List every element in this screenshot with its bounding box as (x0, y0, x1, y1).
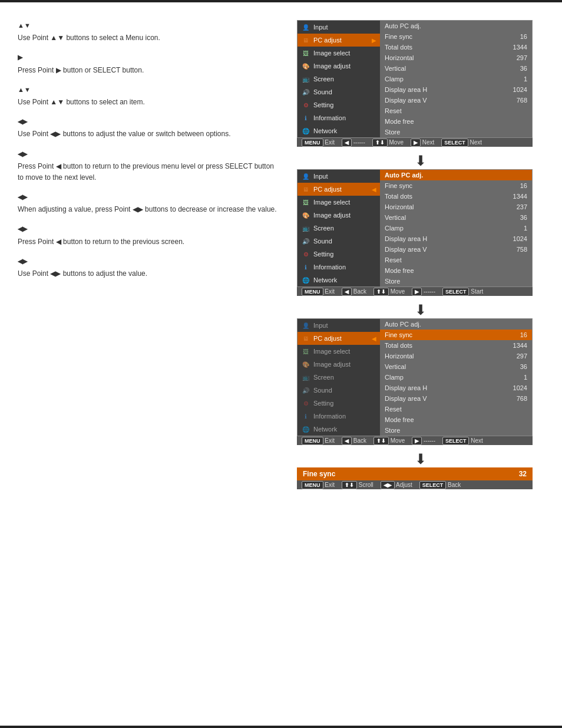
right-horizontal-1[interactable]: Horizontal297 (380, 52, 532, 63)
setting-label-2: Setting (313, 251, 376, 258)
right-store-1[interactable]: Store (380, 127, 532, 137)
menu-item-imageselect-1[interactable]: 🖼 Image select (297, 47, 380, 60)
menu-item-sound-3[interactable]: 🔊 Sound (297, 384, 380, 397)
menu-item-setting-1[interactable]: ⚙ Setting (297, 98, 380, 111)
imageselect-icon-2: 🖼 (301, 197, 310, 207)
right-vertical-3[interactable]: Vertical36 (380, 361, 532, 372)
right-displayH-3[interactable]: Display area H1024 (380, 383, 532, 393)
right-modefree-3[interactable]: Mode free (380, 414, 532, 425)
right-finesync-1[interactable]: Fine sync16 (380, 31, 532, 42)
menu-item-pcadjust-3[interactable]: 🖥 PC adjust ◀ (297, 332, 380, 345)
menu-item-network-2[interactable]: 🌐 Network (297, 274, 380, 286)
info-label-1: Information (313, 114, 376, 121)
right-displayH-2[interactable]: Display area H1024 (380, 233, 532, 244)
right-displayH-1[interactable]: Display area H1024 (380, 84, 532, 95)
menu-item-screen-3[interactable]: 📺 Screen (297, 371, 380, 384)
right-displayV-1[interactable]: Display area V768 (380, 95, 532, 106)
right-autopc-2[interactable]: Auto PC adj. (380, 170, 532, 180)
right-modefree-1[interactable]: Mode free (380, 116, 532, 127)
fine-sync-statusbar: MENU Exit ⬆⬇ Scroll ◀▶ Adjust SELECT Bac… (297, 480, 533, 489)
menu-item-imageselect-3[interactable]: 🖼 Image select (297, 345, 380, 358)
pc-icon-2: 🖥 (301, 185, 310, 194)
right-finesync-2[interactable]: Fine sync16 (380, 180, 532, 191)
right-vertical-1[interactable]: Vertical36 (380, 63, 532, 74)
right-autopc-3[interactable]: Auto PC adj. (380, 319, 532, 330)
right-finesync-3[interactable]: Fine sync16 (380, 330, 532, 340)
right-store-3[interactable]: Store (380, 425, 532, 436)
menu-item-imageadjust-2[interactable]: 🎨 Image adjust (297, 209, 380, 222)
right-clamp-1[interactable]: Clamp1 (380, 74, 532, 84)
select-key-3: SELECT (442, 437, 470, 445)
network-label-1: Network (313, 127, 376, 134)
select-key-2: SELECT (442, 288, 470, 296)
arrow-lr-2: ◀▶ (18, 149, 27, 160)
menu-item-sound-1[interactable]: 🔊 Sound (297, 85, 380, 98)
right-horizontal-3[interactable]: Horizontal297 (380, 351, 532, 361)
select-key-1: SELECT (441, 139, 468, 147)
right-totaldots-1[interactable]: Total dots1344 (380, 42, 532, 52)
right-horizontal-2[interactable]: Horizontal237 (380, 202, 532, 212)
menu-item-info-3[interactable]: ℹ Information (297, 410, 380, 423)
step-8: ◀▶ Use Point ◀▶ buttons to adjust the va… (18, 256, 279, 279)
step-6-text: When adjusting a value, press Point ◀▶ b… (18, 204, 279, 215)
right-modefree-2[interactable]: Mode free (380, 265, 532, 276)
menu-item-imageselect-2[interactable]: 🖼 Image select (297, 196, 380, 209)
right-autopc-1[interactable]: Auto PC adj. (380, 21, 532, 31)
step-6: ◀▶ When adjusting a value, press Point ◀… (18, 192, 279, 215)
right-reset-2[interactable]: Reset (380, 255, 532, 265)
menu-item-setting-3[interactable]: ⚙ Setting (297, 397, 380, 410)
right-totaldots-3[interactable]: Total dots1344 (380, 340, 532, 351)
step-5: ◀▶ Press Point ◀ button to return to the… (18, 149, 279, 184)
imageselect-label-3: Image select (313, 348, 376, 355)
screen-label-3: Screen (313, 374, 376, 381)
sound-label-1: Sound (313, 88, 376, 95)
menu-item-network-1[interactable]: 🌐 Network (297, 124, 380, 137)
fine-sync-label: Fine sync (303, 470, 335, 478)
menu-item-network-3[interactable]: 🌐 Network (297, 423, 380, 436)
menu-item-screen-1[interactable]: 📺 Screen (297, 73, 380, 85)
menu-item-input-1[interactable]: 👤 Input (297, 21, 380, 34)
right-displayV-3[interactable]: Display area V768 (380, 393, 532, 404)
right-store-2[interactable]: Store (380, 276, 532, 286)
move-key-1: ⬆⬇ (372, 139, 388, 147)
right-reset-1[interactable]: Reset (380, 106, 532, 116)
menu-item-sound-2[interactable]: 🔊 Sound (297, 235, 380, 248)
imageadjust-icon-2: 🎨 (301, 210, 310, 220)
right-clamp-2[interactable]: Clamp1 (380, 223, 532, 233)
back-key-3: ◀ (342, 437, 352, 445)
right-totaldots-2[interactable]: Total dots1344 (380, 191, 532, 202)
network-icon-1: 🌐 (301, 126, 310, 136)
menu-key-3: MENU (302, 437, 323, 445)
menu-item-imageadjust-3[interactable]: 🎨 Image adjust (297, 358, 380, 371)
right-vertical-2[interactable]: Vertical36 (380, 212, 532, 223)
back-key-fs: SELECT (419, 481, 447, 489)
step-7: ◀▶ Press Point ◀ button to return to the… (18, 223, 279, 247)
menu-2-right: Auto PC adj. Fine sync16 Total dots1344 … (380, 170, 532, 286)
menu-2-left: 👤 Input 🖥 PC adjust ◀ 🖼 Image select 🎨 (297, 170, 380, 286)
menu-item-info-2[interactable]: ℹ Information (297, 261, 380, 274)
right-displayV-2[interactable]: Display area V758 (380, 244, 532, 255)
move-key-3: ⬆⬇ (373, 437, 389, 445)
menu-item-input-3[interactable]: 👤 Input (297, 319, 380, 332)
menu-item-info-1[interactable]: ℹ Information (297, 111, 380, 124)
menu-item-imageadjust-1[interactable]: 🎨 Image adjust (297, 60, 380, 73)
right-clamp-3[interactable]: Clamp1 (380, 372, 532, 383)
sound-icon-3: 🔊 (301, 386, 310, 395)
menu-item-pcadjust-2[interactable]: 🖥 PC adjust ◀ (297, 183, 380, 196)
menu-item-screen-2[interactable]: 📺 Screen (297, 222, 380, 235)
info-label-2: Information (313, 263, 376, 271)
info-icon-2: ℹ (301, 262, 310, 272)
step-2-text: Press Point ▶ button or SELECT button. (18, 65, 279, 76)
imageadjust-label-2: Image adjust (313, 212, 376, 219)
menu-item-pcadjust-1[interactable]: 🖥 PC adjust ▶ (297, 34, 380, 47)
fine-sync-value: 32 (519, 470, 527, 478)
imageadjust-icon-3: 🎨 (301, 360, 310, 369)
right-reset-3[interactable]: Reset (380, 404, 532, 414)
step-3: ▲▼ Use Point ▲▼ buttons to select an ite… (18, 84, 279, 108)
network-icon-2: 🌐 (301, 275, 310, 285)
arrow-pc-3: ◀ (372, 335, 376, 342)
input-label-3: Input (313, 322, 376, 329)
screen-icon-3: 📺 (301, 373, 310, 382)
menu-item-input-2[interactable]: 👤 Input (297, 170, 380, 183)
menu-item-setting-2[interactable]: ⚙ Setting (297, 248, 380, 261)
